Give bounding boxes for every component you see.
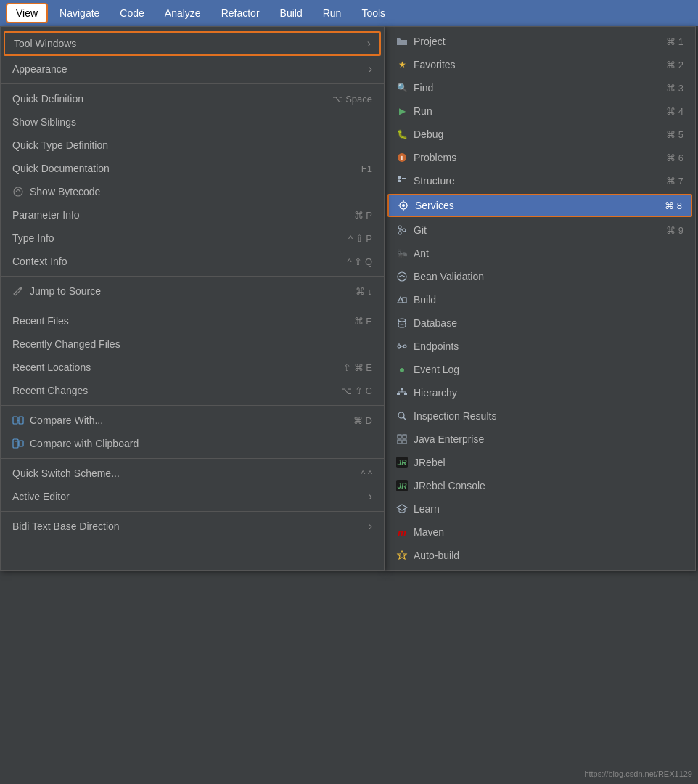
svg-rect-1 <box>13 417 17 424</box>
structure-shortcut: ⌘ 7 <box>666 176 683 187</box>
menu-item-compare-with[interactable]: Compare With... ⌘ D <box>1 409 384 432</box>
menu-item-jrebel-console[interactable]: JR JRebel Console <box>385 474 695 497</box>
svg-rect-5 <box>19 441 23 446</box>
menu-item-active-editor[interactable]: Active Editor › <box>1 485 384 508</box>
parameter-info-shortcut: ⌘ P <box>354 210 372 221</box>
recent-changes-shortcut: ⌥ ⇧ C <box>341 385 372 396</box>
menu-build[interactable]: Build <box>271 4 311 22</box>
menu-item-recently-changed[interactable]: Recently Changed Files <box>1 332 384 356</box>
menu-item-recent-files[interactable]: Recent Files ⌘ E <box>1 309 384 332</box>
menu-item-run[interactable]: ▶ Run ⌘ 4 <box>385 99 695 123</box>
menu-item-services[interactable]: Services ⌘ 8 <box>387 194 692 217</box>
jump-to-source-shortcut: ⌘ ↓ <box>356 286 372 297</box>
svg-rect-22 <box>397 393 400 395</box>
svg-rect-25 <box>398 435 401 438</box>
bytecode-icon <box>12 186 24 197</box>
svg-rect-3 <box>13 439 18 448</box>
menu-item-recent-changes[interactable]: Recent Changes ⌥ ⇧ C <box>1 379 384 402</box>
menu-item-endpoints[interactable]: Endpoints <box>385 335 695 358</box>
jump-to-source-label: Jump to Source <box>30 285 101 297</box>
menubar: View Navigate Code Analyze Refactor Buil… <box>0 0 698 26</box>
context-info-shortcut: ^ ⇧ Q <box>348 256 372 267</box>
menu-item-context-info[interactable]: Context Info ^ ⇧ Q <box>1 250 384 273</box>
database-label: Database <box>414 317 457 329</box>
menu-item-quick-type-def[interactable]: Quick Type Definition <box>1 134 384 157</box>
menu-item-recent-locations[interactable]: Recent Locations ⇧ ⌘ E <box>1 356 384 379</box>
menu-item-debug[interactable]: 🐛 Debug ⌘ 5 <box>385 123 695 146</box>
database-icon <box>396 317 408 329</box>
git-label: Git <box>414 224 427 236</box>
menu-navigate[interactable]: Navigate <box>51 4 108 22</box>
menu-item-project[interactable]: Project ⌘ 1 <box>385 30 695 53</box>
svg-rect-4 <box>15 441 17 442</box>
debug-shortcut: ⌘ 5 <box>666 129 683 140</box>
menu-item-problems[interactable]: i Problems ⌘ 6 <box>385 146 695 169</box>
recently-changed-label: Recently Changed Files <box>12 338 120 350</box>
menu-item-bidi-text[interactable]: Bidi Text Base Direction › <box>1 515 384 538</box>
menu-item-find[interactable]: 🔍 Find ⌘ 3 <box>385 76 695 99</box>
debug-icon: 🐛 <box>396 128 408 140</box>
learn-label: Learn <box>414 503 440 515</box>
menu-item-inspection-results[interactable]: Inspection Results <box>385 404 695 428</box>
menu-item-appearance[interactable]: Appearance › <box>1 57 384 81</box>
maven-icon: m <box>396 526 408 538</box>
menu-item-learn[interactable]: Learn <box>385 497 695 520</box>
menu-run[interactable]: Run <box>314 4 350 22</box>
menu-refactor[interactable]: Refactor <box>213 4 268 22</box>
menu-item-quick-definition[interactable]: Quick Definition ⌥ Space <box>1 87 384 110</box>
star-icon: ★ <box>396 59 408 70</box>
menu-item-jrebel[interactable]: JR JRebel <box>385 451 695 474</box>
menu-item-compare-clipboard[interactable]: Compare with Clipboard <box>1 432 384 455</box>
build-icon <box>396 294 408 306</box>
menu-item-hierarchy[interactable]: Hierarchy <box>385 381 695 404</box>
maven-label: Maven <box>414 526 444 538</box>
svg-rect-10 <box>402 178 406 179</box>
svg-point-16 <box>398 272 406 281</box>
structure-label: Structure <box>414 175 455 187</box>
inspection-results-label: Inspection Results <box>414 410 496 422</box>
build-label: Build <box>414 294 436 306</box>
menu-item-show-bytecode[interactable]: Show Bytecode <box>1 180 384 203</box>
menu-item-database[interactable]: Database <box>385 311 695 335</box>
svg-rect-21 <box>401 388 403 390</box>
quick-type-def-label: Quick Type Definition <box>12 139 108 151</box>
menu-item-event-log[interactable]: ● Event Log <box>385 358 695 381</box>
menu-item-structure[interactable]: Structure ⌘ 7 <box>385 169 695 192</box>
separator-1 <box>1 83 384 84</box>
menu-item-show-siblings[interactable]: Show Siblings <box>1 110 384 134</box>
bidi-text-arrow: › <box>369 520 372 533</box>
menu-item-parameter-info[interactable]: Parameter Info ⌘ P <box>1 203 384 226</box>
svg-point-13 <box>398 226 401 229</box>
menu-item-auto-build[interactable]: Auto-build <box>385 544 695 567</box>
menu-code[interactable]: Code <box>111 4 152 22</box>
menu-item-bean-validation[interactable]: Bean Validation <box>385 265 695 288</box>
right-menu: Project ⌘ 1 ★ Favorites ⌘ 2 🔍 Find ⌘ 3 ▶… <box>384 26 696 571</box>
recent-locations-shortcut: ⇧ ⌘ E <box>343 362 372 373</box>
menu-item-favorites[interactable]: ★ Favorites ⌘ 2 <box>385 53 695 76</box>
menu-item-type-info[interactable]: Type Info ^ ⇧ P <box>1 226 384 250</box>
tool-windows-label: Tool Windows <box>14 38 76 49</box>
menu-tools[interactable]: Tools <box>353 4 394 22</box>
menu-item-maven[interactable]: m Maven <box>385 520 695 544</box>
menu-view[interactable]: View <box>6 3 48 23</box>
tool-windows-arrow: › <box>367 37 371 50</box>
type-info-shortcut: ^ ⇧ P <box>348 233 372 244</box>
dropdowns-wrapper: Tool Windows › Appearance › Quick Defini… <box>0 26 696 571</box>
menu-analyze[interactable]: Analyze <box>156 4 210 22</box>
recent-files-label: Recent Files <box>12 315 69 327</box>
ant-icon: 🐜 <box>396 248 408 259</box>
left-menu: Tool Windows › Appearance › Quick Defini… <box>0 26 385 571</box>
svg-point-24 <box>398 412 404 418</box>
menu-item-jump-to-source[interactable]: Jump to Source ⌘ ↓ <box>1 279 384 303</box>
menu-item-ant[interactable]: 🐜 Ant <box>385 242 695 265</box>
menu-item-build[interactable]: Build <box>385 288 695 311</box>
menu-item-java-enterprise[interactable]: Java Enterprise <box>385 428 695 451</box>
svg-text:i: i <box>401 154 403 162</box>
menu-item-quick-switch[interactable]: Quick Switch Scheme... ^ ^ <box>1 462 384 485</box>
find-icon: 🔍 <box>396 82 408 94</box>
menu-item-quick-doc[interactable]: Quick Documentation F1 <box>1 157 384 180</box>
menu-item-git[interactable]: Git ⌘ 9 <box>385 219 695 242</box>
separator-2 <box>1 276 384 277</box>
menu-item-tool-windows[interactable]: Tool Windows › <box>4 31 381 56</box>
separator-4 <box>1 405 384 406</box>
